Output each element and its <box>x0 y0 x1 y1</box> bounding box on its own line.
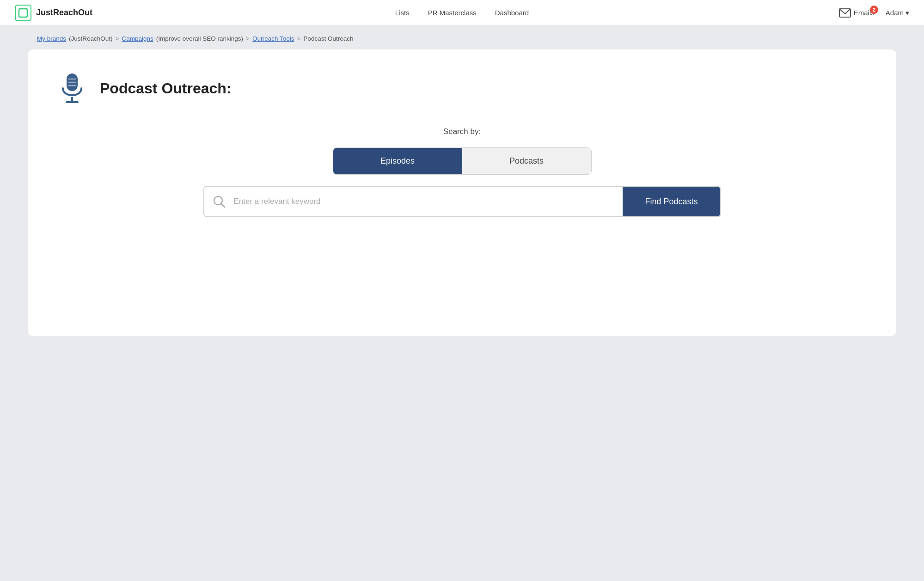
search-tabs: Episodes Podcasts <box>333 147 592 175</box>
emails-button[interactable]: 2 Emails <box>839 8 875 18</box>
breadcrumb-campaigns[interactable]: Campaigns <box>122 35 153 42</box>
search-icon-area <box>204 187 234 216</box>
nav-pr-masterclass[interactable]: PR Masterclass <box>428 9 477 17</box>
email-icon <box>839 8 851 18</box>
navbar: JustReachOut Lists PR Masterclass Dashbo… <box>0 0 924 26</box>
brand-name: JustReachOut <box>36 8 92 18</box>
breadcrumb-sub-2: (Improve overall SEO rankings) <box>156 35 243 42</box>
search-icon <box>213 195 226 208</box>
breadcrumb-sep-1: > <box>116 35 119 42</box>
breadcrumb-sep-3: > <box>297 35 301 42</box>
user-dropdown[interactable]: Adam ▾ <box>886 9 909 17</box>
page-header: Podcast Outreach: <box>55 72 869 105</box>
main-card: Podcast Outreach: Search by: Episodes Po… <box>28 49 896 336</box>
nav-lists[interactable]: Lists <box>395 9 410 17</box>
tab-podcasts[interactable]: Podcasts <box>462 148 591 174</box>
search-section: Search by: Episodes Podcasts Find Podcas… <box>55 127 869 217</box>
tab-episodes[interactable]: Episodes <box>333 148 462 174</box>
navbar-right: 2 Emails Adam ▾ <box>839 8 909 18</box>
navbar-links: Lists PR Masterclass Dashboard <box>395 9 529 17</box>
svg-rect-0 <box>19 9 27 17</box>
find-podcasts-button[interactable]: Find Podcasts <box>623 187 720 216</box>
breadcrumb-outreach-tools[interactable]: Outreach Tools <box>252 35 294 42</box>
breadcrumb-sub-1: (JustReachOut) <box>69 35 113 42</box>
breadcrumb-sep-2: > <box>246 35 250 42</box>
mic-icon <box>55 72 89 105</box>
search-row: Find Podcasts <box>203 186 721 217</box>
breadcrumb-current: Podcast Outreach <box>303 35 353 42</box>
search-input[interactable] <box>234 187 623 216</box>
breadcrumb-my-brands[interactable]: My brands <box>37 35 66 42</box>
breadcrumb: My brands (JustReachOut) > Campaigns (Im… <box>0 26 924 49</box>
chevron-down-icon: ▾ <box>906 9 909 17</box>
page-title: Podcast Outreach: <box>100 80 232 97</box>
user-name: Adam <box>886 9 904 17</box>
svg-line-9 <box>221 204 225 207</box>
search-by-label: Search by: <box>443 127 481 136</box>
brand[interactable]: JustReachOut <box>15 5 92 21</box>
nav-dashboard[interactable]: Dashboard <box>495 9 529 17</box>
email-badge: 2 <box>870 6 878 14</box>
brand-logo <box>15 5 31 21</box>
